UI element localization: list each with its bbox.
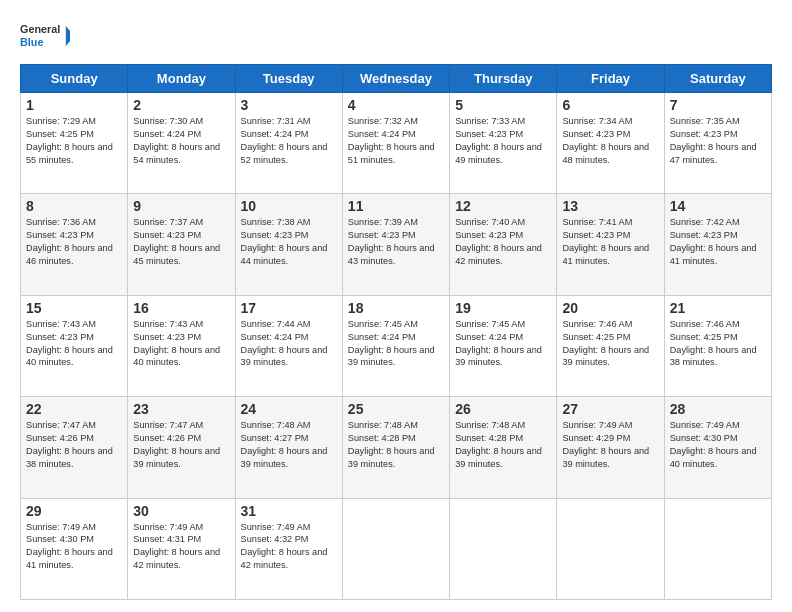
header-tuesday: Tuesday (235, 65, 342, 93)
day-number: 3 (241, 97, 337, 113)
day-number: 21 (670, 300, 766, 316)
day-number: 16 (133, 300, 229, 316)
cell-info: Sunrise: 7:45 AMSunset: 4:24 PMDaylight:… (455, 319, 542, 368)
day-number: 31 (241, 503, 337, 519)
cell-info: Sunrise: 7:39 AMSunset: 4:23 PMDaylight:… (348, 217, 435, 266)
day-number: 26 (455, 401, 551, 417)
week-row-5: 29 Sunrise: 7:49 AMSunset: 4:30 PMDaylig… (21, 498, 772, 599)
header-saturday: Saturday (664, 65, 771, 93)
day-number: 18 (348, 300, 444, 316)
svg-marker-2 (66, 26, 70, 46)
calendar-cell: 21 Sunrise: 7:46 AMSunset: 4:25 PMDaylig… (664, 295, 771, 396)
header-wednesday: Wednesday (342, 65, 449, 93)
day-number: 14 (670, 198, 766, 214)
calendar-cell: 23 Sunrise: 7:47 AMSunset: 4:26 PMDaylig… (128, 397, 235, 498)
page: General Blue SundayMondayTuesdayWednesda… (0, 0, 792, 612)
calendar-cell: 20 Sunrise: 7:46 AMSunset: 4:25 PMDaylig… (557, 295, 664, 396)
day-number: 19 (455, 300, 551, 316)
cell-info: Sunrise: 7:48 AMSunset: 4:27 PMDaylight:… (241, 420, 328, 469)
calendar-cell: 31 Sunrise: 7:49 AMSunset: 4:32 PMDaylig… (235, 498, 342, 599)
day-number: 9 (133, 198, 229, 214)
calendar-cell: 6 Sunrise: 7:34 AMSunset: 4:23 PMDayligh… (557, 93, 664, 194)
calendar-cell: 4 Sunrise: 7:32 AMSunset: 4:24 PMDayligh… (342, 93, 449, 194)
cell-info: Sunrise: 7:49 AMSunset: 4:29 PMDaylight:… (562, 420, 649, 469)
calendar-cell: 19 Sunrise: 7:45 AMSunset: 4:24 PMDaylig… (450, 295, 557, 396)
header-friday: Friday (557, 65, 664, 93)
cell-info: Sunrise: 7:41 AMSunset: 4:23 PMDaylight:… (562, 217, 649, 266)
svg-text:Blue: Blue (20, 36, 43, 48)
calendar-cell: 7 Sunrise: 7:35 AMSunset: 4:23 PMDayligh… (664, 93, 771, 194)
calendar-cell: 9 Sunrise: 7:37 AMSunset: 4:23 PMDayligh… (128, 194, 235, 295)
cell-info: Sunrise: 7:40 AMSunset: 4:23 PMDaylight:… (455, 217, 542, 266)
week-row-2: 8 Sunrise: 7:36 AMSunset: 4:23 PMDayligh… (21, 194, 772, 295)
cell-info: Sunrise: 7:44 AMSunset: 4:24 PMDaylight:… (241, 319, 328, 368)
calendar-cell: 11 Sunrise: 7:39 AMSunset: 4:23 PMDaylig… (342, 194, 449, 295)
cell-info: Sunrise: 7:36 AMSunset: 4:23 PMDaylight:… (26, 217, 113, 266)
calendar-cell: 25 Sunrise: 7:48 AMSunset: 4:28 PMDaylig… (342, 397, 449, 498)
cell-info: Sunrise: 7:48 AMSunset: 4:28 PMDaylight:… (348, 420, 435, 469)
svg-text:General: General (20, 23, 60, 35)
day-number: 2 (133, 97, 229, 113)
calendar-header-row: SundayMondayTuesdayWednesdayThursdayFrid… (21, 65, 772, 93)
calendar-cell: 15 Sunrise: 7:43 AMSunset: 4:23 PMDaylig… (21, 295, 128, 396)
cell-info: Sunrise: 7:45 AMSunset: 4:24 PMDaylight:… (348, 319, 435, 368)
cell-info: Sunrise: 7:29 AMSunset: 4:25 PMDaylight:… (26, 116, 113, 165)
calendar-cell: 26 Sunrise: 7:48 AMSunset: 4:28 PMDaylig… (450, 397, 557, 498)
day-number: 5 (455, 97, 551, 113)
day-number: 6 (562, 97, 658, 113)
calendar-table: SundayMondayTuesdayWednesdayThursdayFrid… (20, 64, 772, 600)
day-number: 8 (26, 198, 122, 214)
calendar-cell (342, 498, 449, 599)
calendar-cell: 1 Sunrise: 7:29 AMSunset: 4:25 PMDayligh… (21, 93, 128, 194)
calendar-cell: 16 Sunrise: 7:43 AMSunset: 4:23 PMDaylig… (128, 295, 235, 396)
calendar-cell (664, 498, 771, 599)
cell-info: Sunrise: 7:32 AMSunset: 4:24 PMDaylight:… (348, 116, 435, 165)
cell-info: Sunrise: 7:49 AMSunset: 4:30 PMDaylight:… (26, 522, 113, 571)
header: General Blue (20, 16, 772, 56)
day-number: 20 (562, 300, 658, 316)
day-number: 22 (26, 401, 122, 417)
cell-info: Sunrise: 7:34 AMSunset: 4:23 PMDaylight:… (562, 116, 649, 165)
cell-info: Sunrise: 7:35 AMSunset: 4:23 PMDaylight:… (670, 116, 757, 165)
day-number: 10 (241, 198, 337, 214)
calendar-cell (557, 498, 664, 599)
header-thursday: Thursday (450, 65, 557, 93)
calendar-cell: 13 Sunrise: 7:41 AMSunset: 4:23 PMDaylig… (557, 194, 664, 295)
cell-info: Sunrise: 7:33 AMSunset: 4:23 PMDaylight:… (455, 116, 542, 165)
cell-info: Sunrise: 7:43 AMSunset: 4:23 PMDaylight:… (26, 319, 113, 368)
logo-svg: General Blue (20, 16, 70, 56)
calendar-cell: 27 Sunrise: 7:49 AMSunset: 4:29 PMDaylig… (557, 397, 664, 498)
cell-info: Sunrise: 7:49 AMSunset: 4:32 PMDaylight:… (241, 522, 328, 571)
cell-info: Sunrise: 7:48 AMSunset: 4:28 PMDaylight:… (455, 420, 542, 469)
calendar-cell: 2 Sunrise: 7:30 AMSunset: 4:24 PMDayligh… (128, 93, 235, 194)
cell-info: Sunrise: 7:31 AMSunset: 4:24 PMDaylight:… (241, 116, 328, 165)
calendar-cell: 29 Sunrise: 7:49 AMSunset: 4:30 PMDaylig… (21, 498, 128, 599)
cell-info: Sunrise: 7:46 AMSunset: 4:25 PMDaylight:… (562, 319, 649, 368)
day-number: 7 (670, 97, 766, 113)
week-row-3: 15 Sunrise: 7:43 AMSunset: 4:23 PMDaylig… (21, 295, 772, 396)
calendar-cell: 28 Sunrise: 7:49 AMSunset: 4:30 PMDaylig… (664, 397, 771, 498)
cell-info: Sunrise: 7:37 AMSunset: 4:23 PMDaylight:… (133, 217, 220, 266)
header-monday: Monday (128, 65, 235, 93)
calendar-cell: 3 Sunrise: 7:31 AMSunset: 4:24 PMDayligh… (235, 93, 342, 194)
day-number: 1 (26, 97, 122, 113)
day-number: 15 (26, 300, 122, 316)
calendar-cell: 24 Sunrise: 7:48 AMSunset: 4:27 PMDaylig… (235, 397, 342, 498)
cell-info: Sunrise: 7:49 AMSunset: 4:31 PMDaylight:… (133, 522, 220, 571)
calendar-cell: 8 Sunrise: 7:36 AMSunset: 4:23 PMDayligh… (21, 194, 128, 295)
calendar-cell: 14 Sunrise: 7:42 AMSunset: 4:23 PMDaylig… (664, 194, 771, 295)
cell-info: Sunrise: 7:47 AMSunset: 4:26 PMDaylight:… (26, 420, 113, 469)
day-number: 28 (670, 401, 766, 417)
week-row-1: 1 Sunrise: 7:29 AMSunset: 4:25 PMDayligh… (21, 93, 772, 194)
day-number: 30 (133, 503, 229, 519)
day-number: 29 (26, 503, 122, 519)
day-number: 27 (562, 401, 658, 417)
day-number: 12 (455, 198, 551, 214)
cell-info: Sunrise: 7:30 AMSunset: 4:24 PMDaylight:… (133, 116, 220, 165)
day-number: 11 (348, 198, 444, 214)
cell-info: Sunrise: 7:47 AMSunset: 4:26 PMDaylight:… (133, 420, 220, 469)
day-number: 13 (562, 198, 658, 214)
cell-info: Sunrise: 7:38 AMSunset: 4:23 PMDaylight:… (241, 217, 328, 266)
week-row-4: 22 Sunrise: 7:47 AMSunset: 4:26 PMDaylig… (21, 397, 772, 498)
day-number: 17 (241, 300, 337, 316)
